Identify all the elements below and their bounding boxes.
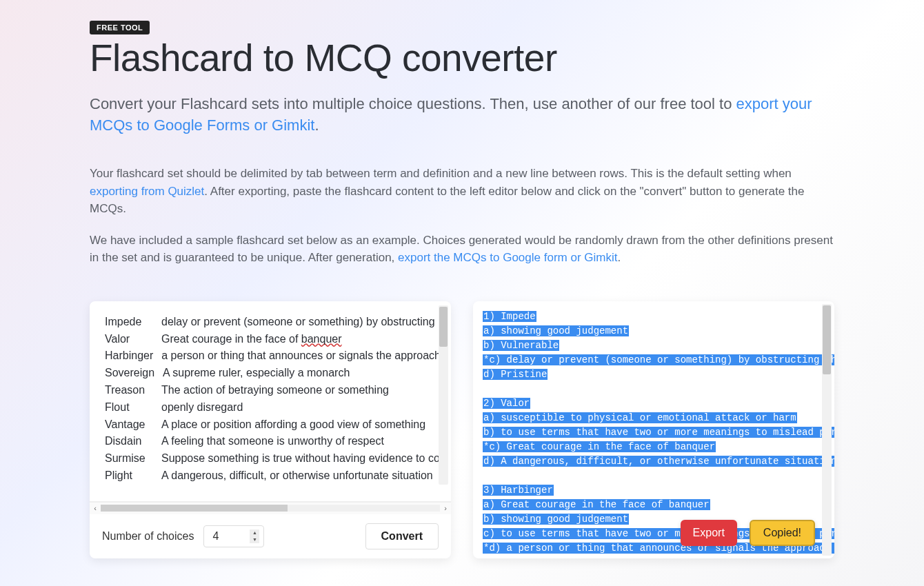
convert-button[interactable]: Convert bbox=[365, 523, 439, 549]
quizlet-export-link[interactable]: exporting from Quizlet bbox=[90, 185, 204, 198]
flashcard-term: Treason bbox=[105, 382, 153, 399]
output-line: d) Pristine bbox=[483, 367, 825, 382]
subtitle: Convert your Flashcard sets into multipl… bbox=[90, 94, 834, 137]
flashcard-term: Plight bbox=[105, 467, 153, 485]
subtitle-text: Convert your Flashcard sets into multipl… bbox=[90, 95, 736, 112]
stepper-down-icon[interactable]: ▼ bbox=[250, 536, 259, 543]
scroll-right-icon[interactable]: › bbox=[440, 504, 451, 512]
flashcard-definition: The action of betraying someone or somet… bbox=[161, 384, 389, 396]
flashcard-editor[interactable]: Impededelay or prevent (someone or somet… bbox=[90, 301, 451, 501]
editor-horizontal-scrollbar[interactable]: ‹ › bbox=[90, 502, 451, 514]
flashcard-definition: A supreme ruler, especially a monarch bbox=[163, 367, 350, 378]
instructions-2: We have included a sample flashcard set … bbox=[90, 232, 834, 267]
export-button[interactable]: Export bbox=[681, 520, 737, 546]
flashcard-row[interactable]: PlightA dangerous, difficult, or otherwi… bbox=[105, 467, 436, 485]
output-line: *c) Great courage in the face of banquer bbox=[483, 440, 825, 454]
flashcard-row[interactable]: ValorGreat courage in the face of banque… bbox=[105, 331, 436, 348]
output-line: b) to use terms that have two or more me… bbox=[483, 425, 825, 440]
flashcard-term: Harbinger bbox=[105, 347, 153, 365]
num-choices-value: 4 bbox=[212, 530, 219, 543]
output-line: a) showing good judgement bbox=[483, 324, 825, 339]
flashcard-definition: Great courage in the face of banquer bbox=[161, 333, 342, 345]
editor-vertical-scrollbar[interactable] bbox=[439, 305, 448, 485]
output-line: 1) Impede bbox=[483, 310, 825, 324]
flashcard-definition: openly disregard bbox=[161, 401, 243, 413]
flashcard-definition: A feeling that someone is unworthy of re… bbox=[161, 435, 384, 447]
output-line bbox=[483, 382, 825, 396]
flashcard-definition: A dangerous, difficult, or otherwise unf… bbox=[161, 469, 433, 481]
page-title: Flashcard to MCQ converter bbox=[90, 39, 834, 79]
mcq-output-panel: 1) Impedea) showing good judgementb) Vul… bbox=[473, 301, 834, 558]
copied-button[interactable]: Copied! bbox=[750, 520, 815, 546]
flashcard-row[interactable]: Harbingera person or thing that announce… bbox=[105, 347, 436, 365]
flashcard-definition: delay or prevent (someone or something) … bbox=[161, 316, 435, 327]
flashcard-row[interactable]: Impededelay or prevent (someone or somet… bbox=[105, 314, 436, 331]
output-line: 2) Valor bbox=[483, 396, 825, 411]
para2-post: . bbox=[617, 251, 621, 264]
scroll-left-icon[interactable]: ‹ bbox=[90, 504, 101, 512]
flashcard-term: Surmise bbox=[105, 450, 153, 467]
free-tool-badge: FREE TOOL bbox=[90, 21, 150, 34]
output-vertical-scrollbar[interactable] bbox=[822, 304, 832, 556]
stepper-up-icon[interactable]: ▲ bbox=[250, 529, 259, 536]
flashcard-row[interactable]: VantageA place or position affording a g… bbox=[105, 416, 436, 434]
flashcard-row[interactable]: DisdainA feeling that someone is unworth… bbox=[105, 433, 436, 450]
flashcard-row[interactable]: TreasonThe action of betraying someone o… bbox=[105, 382, 436, 399]
flashcard-definition: a person or thing that announces or sign… bbox=[161, 350, 441, 361]
output-line bbox=[483, 469, 825, 483]
instructions-1: Your flashcard set should be delimited b… bbox=[90, 165, 834, 218]
flashcard-row[interactable]: Floutopenly disregard bbox=[105, 399, 436, 416]
output-line: *c) delay or prevent (someone or somethi… bbox=[483, 353, 825, 367]
output-line: a) susceptible to physical or emotional … bbox=[483, 411, 825, 425]
flashcard-row[interactable]: SovereignA supreme ruler, especially a m… bbox=[105, 365, 436, 382]
output-line: a) Great courage in the face of banquer bbox=[483, 498, 825, 512]
flashcard-input-panel: Impededelay or prevent (someone or somet… bbox=[90, 301, 451, 558]
flashcard-term: Flout bbox=[105, 399, 153, 416]
output-line: d) A dangerous, difficult, or otherwise … bbox=[483, 454, 825, 469]
para1-pre: Your flashcard set should be delimited b… bbox=[90, 167, 792, 180]
controls-bar: Number of choices 4 ▲ ▼ Convert bbox=[90, 514, 451, 558]
output-line: 3) Harbinger bbox=[483, 483, 825, 498]
num-choices-label: Number of choices bbox=[102, 530, 194, 543]
subtitle-post: . bbox=[314, 117, 319, 134]
flashcard-term: Sovereign bbox=[105, 365, 154, 382]
output-line: b) Vulnerable bbox=[483, 339, 825, 353]
flashcard-definition: Suppose something is true without having… bbox=[161, 452, 440, 464]
num-choices-input[interactable]: 4 ▲ ▼ bbox=[203, 525, 264, 547]
flashcard-row[interactable]: SurmiseSuppose something is true without… bbox=[105, 450, 436, 467]
flashcard-term: Valor bbox=[105, 331, 153, 348]
export-mcq-link-2[interactable]: export the MCQs to Google form or Gimkit bbox=[398, 251, 617, 264]
flashcard-term: Impede bbox=[105, 314, 153, 331]
flashcard-definition: A place or position affording a good vie… bbox=[161, 418, 425, 430]
flashcard-term: Disdain bbox=[105, 433, 153, 450]
flashcard-term: Vantage bbox=[105, 416, 153, 434]
